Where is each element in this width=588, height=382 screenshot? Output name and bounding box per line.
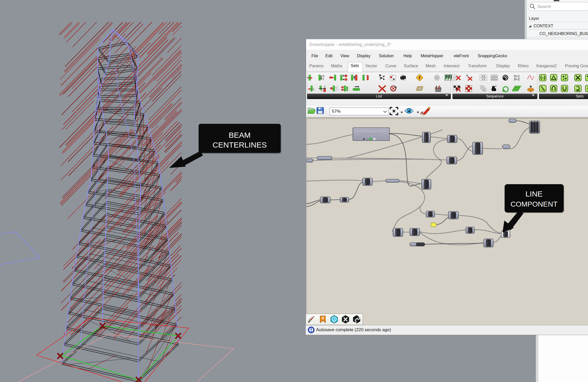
svg-text:0.0: 0.0 xyxy=(482,75,485,77)
svg-text:2: 2 xyxy=(454,78,456,80)
svg-text:N: N xyxy=(466,74,468,77)
svg-text:1: 1 xyxy=(321,89,323,92)
svg-text:BB: BB xyxy=(495,78,497,80)
svg-text:Pipeline: Pipeline xyxy=(368,129,375,131)
svg-text:Type:: Type: xyxy=(356,138,360,140)
svg-text:Items: 1: Items: 1 xyxy=(356,135,362,137)
svg-text:LINE: LINE xyxy=(526,190,543,198)
svg-text:2: 2 xyxy=(324,86,325,88)
svg-text:CENTERLINES: CENTERLINES xyxy=(213,141,267,149)
svg-text:BB: BB xyxy=(491,78,494,80)
svg-text:A: A xyxy=(323,75,324,77)
svg-text:AA: AA xyxy=(495,75,497,77)
svg-text:[N-1]: [N-1] xyxy=(514,75,520,78)
svg-text:Z: Z xyxy=(323,78,324,80)
svg-text:0: 0 xyxy=(481,86,482,88)
svg-text:BEAM: BEAM xyxy=(229,131,250,139)
svg-text:AA: AA xyxy=(491,75,494,77)
svg-text:L: L xyxy=(313,87,315,91)
svg-text:A: A xyxy=(333,318,335,321)
svg-text:i: i xyxy=(336,87,337,90)
svg-text:1.0: 1.0 xyxy=(482,78,485,80)
svg-text:1: 1 xyxy=(484,89,485,91)
svg-text:1: 1 xyxy=(454,75,456,77)
svg-text:[N-2]: [N-2] xyxy=(514,78,520,81)
svg-text:COMPONENT: COMPONENT xyxy=(511,200,558,208)
svg-text:Layer: 'OP_OVERALL_MASSING': Layer: 'OP_OVERALL_MASSING' xyxy=(356,133,381,135)
